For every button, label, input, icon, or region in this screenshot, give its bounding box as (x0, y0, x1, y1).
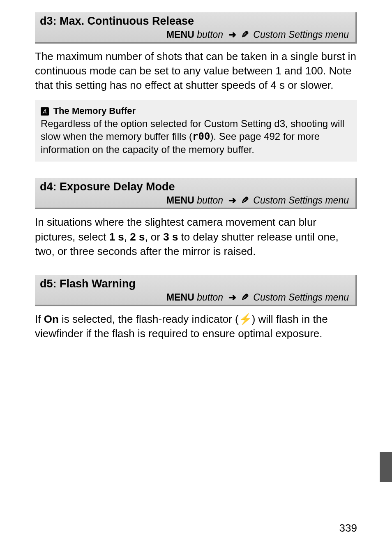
note-header: A The Memory Buffer (41, 104, 351, 117)
body-d4: In situations where the slightest camera… (35, 215, 357, 258)
section-title-d4: d4: Exposure Delay Mode (40, 180, 350, 193)
d4-sep1: , (124, 231, 130, 243)
d5-text-b: is selected, the flash-ready indicator ( (59, 313, 239, 325)
r00-icon: r00 (192, 131, 210, 142)
csm-text: Custom Settings menu (251, 29, 349, 40)
button-text: button (194, 195, 223, 206)
note-icon: A (41, 107, 49, 116)
note-memory-buffer: A The Memory Buffer Regardless of the op… (35, 100, 357, 162)
d4-opt3: 3 s (163, 231, 178, 243)
section-header-d3: d3: Max. Continuous Release MENU button … (35, 12, 357, 44)
d5-text-a: If (35, 313, 44, 325)
arrow-icon: ➜ (228, 195, 236, 206)
breadcrumb-d4: MENU button ➜ ✎ Custom Settings menu (40, 195, 350, 206)
section-header-d5: d5: Flash Warning MENU button ➜ ✎ Custom… (35, 275, 357, 306)
menu-label: MENU (166, 195, 194, 206)
d4-sep2: , or (145, 231, 163, 243)
page-number: 339 (339, 522, 357, 534)
csm-text: Custom Settings menu (251, 292, 349, 303)
button-text: button (194, 292, 223, 303)
d5-on: On (44, 313, 59, 325)
section-title-d3: d3: Max. Continuous Release (40, 15, 350, 28)
button-text: button (194, 29, 223, 40)
pencil-icon: ✎ (241, 29, 249, 40)
breadcrumb-d3: MENU button ➜ ✎ Custom Settings menu (40, 29, 350, 40)
breadcrumb-d5: MENU button ➜ ✎ Custom Settings menu (40, 292, 350, 303)
arrow-icon: ➜ (228, 29, 236, 40)
menu-label: MENU (166, 29, 194, 40)
flash-icon: ⚡ (239, 313, 252, 325)
note-title: The Memory Buffer (53, 106, 136, 116)
side-tab (380, 452, 392, 482)
csm-text: Custom Settings menu (251, 195, 349, 206)
d4-opt2: 2 s (130, 231, 145, 243)
body-d3: The maximum number of shots that can be … (35, 49, 357, 93)
menu-label: MENU (166, 292, 194, 303)
pencil-icon: ✎ (241, 195, 249, 206)
body-d5: If On is selected, the flash-ready indic… (35, 312, 357, 341)
section-header-d4: d4: Exposure Delay Mode MENU button ➜ ✎ … (35, 178, 357, 209)
d4-opt1: 1 s (109, 231, 124, 243)
section-title-d5: d5: Flash Warning (40, 278, 350, 290)
arrow-icon: ➜ (228, 292, 236, 303)
pencil-icon: ✎ (241, 292, 249, 303)
